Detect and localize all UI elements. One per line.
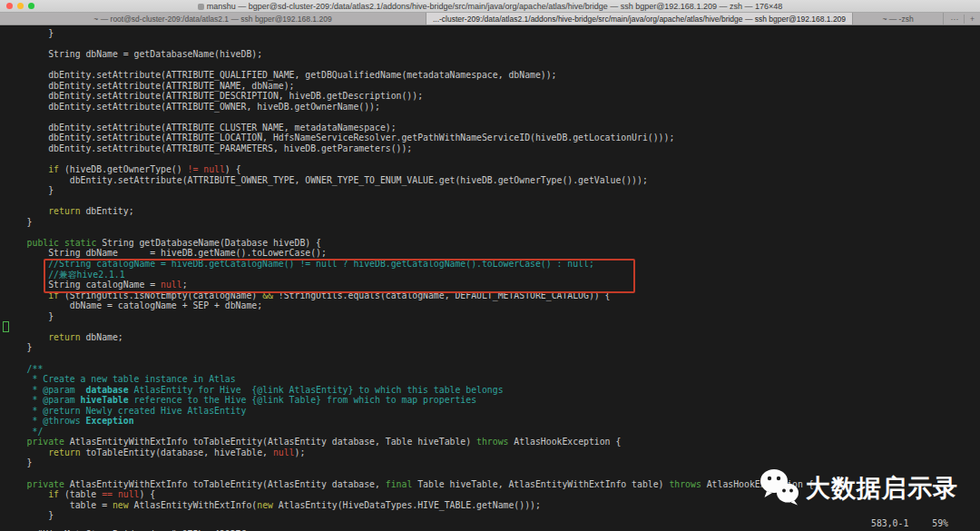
code-line: dbEntity.setAttribute(ATTRIBUTE_DESCRIPT… [5,91,980,102]
code-line: dbEntity.setAttribute(ATTRIBUTE_QUALIFIE… [5,70,980,81]
code-line: * Create a new table instance in Atlas [5,374,980,385]
code-line: } [5,342,980,353]
vim-statusbar: "HiveMetaStoreBridge.java" 975L, 42937C … [5,518,980,529]
code-line: * @param hiveTable reference to the Hive… [5,395,980,406]
code-line: * @param database AtlasEntity for Hive {… [5,385,980,396]
window-title: manshu — bgper@sd-cluster-209:/data/atla… [0,2,980,11]
window-icon [198,4,204,10]
scroll-percent: 59% [932,518,948,529]
code-line: } [5,217,980,228]
code-line: * @return Newly created Hive AtlasEntity [5,406,980,417]
red-annotation-box [44,259,635,293]
code-line: return toTableEntity(database, hiveTable… [5,447,980,458]
tab-root-session[interactable]: ~ — root@sd-cluster-209:/data/atlas2.1 —… [0,13,426,25]
wechat-icon [759,467,800,508]
tab-zsh-session[interactable]: ~ — -zsh [853,13,944,25]
code-line: dbEntity.setAttribute(ATTRIBUTE_OWNER_TY… [5,175,980,186]
terminal-viewport[interactable]: } String dbName = getDatabaseName(hiveDB… [0,26,980,531]
new-tab-button[interactable]: + [970,15,975,24]
watermark-text: 大数据启示录 [806,483,958,494]
tab-hive-bridge-session-active[interactable]: ...-cluster-209:/data/atlas2.1/addons/hi… [426,13,853,25]
code-line [5,60,980,71]
code-line: dbEntity.setAttribute(ATTRIBUTE_OWNER, h… [5,102,980,113]
code-line [5,39,980,50]
code-line: dbName = catalogName + SEP + dbName; [5,300,980,311]
code-line: if (hiveDB.getOwnerType() != null) { [5,164,980,175]
tab-overflow-icon[interactable]: ⋯ [951,15,959,24]
watermark: 大数据启示录 [759,467,958,508]
cursor-position: 583,0-1 [871,518,908,529]
code-line [5,353,980,364]
code-line: } [5,28,980,39]
code-line [5,154,980,165]
code-line: } [5,185,980,196]
code-line: String dbName = hiveDB.getName().toLower… [5,248,980,259]
code-line: */ [5,427,980,438]
code-line: public static String getDatabaseName(Dat… [5,238,980,249]
code-line: private AtlasEntityWithExtInfo toTableEn… [5,437,980,447]
terminal-window: manshu — bgper@sd-cluster-209:/data/atla… [0,0,980,531]
tab-divider [964,15,965,24]
tab-bar-controls: ⋯ + [944,13,980,25]
vim-cursor [3,321,9,332]
code-line: } [5,311,980,322]
code-line [5,196,980,207]
code-line [5,321,980,332]
code-line: dbEntity.setAttribute(ATTRIBUTE_LOCATION… [5,133,980,143]
titlebar: manshu — bgper@sd-cluster-209:/data/atla… [0,0,980,13]
code-line [5,112,980,123]
code-line: return dbName; [5,332,980,343]
code-line: return dbEntity; [5,206,980,217]
code-line: dbEntity.setAttribute(ATTRIBUTE_PARAMETE… [5,143,980,154]
code-line: dbEntity.setAttribute(ATTRIBUTE_CLUSTER_… [5,123,980,133]
code-line [5,227,980,238]
code-line: String dbName = getDatabaseName(hiveDB); [5,49,980,60]
code-line: dbEntity.setAttribute(ATTRIBUTE_NAME, db… [5,81,980,92]
tab-bar: ~ — root@sd-cluster-209:/data/atlas2.1 —… [0,13,980,25]
code-line: * @throws Exception [5,416,980,427]
code-line: /** [5,364,980,375]
